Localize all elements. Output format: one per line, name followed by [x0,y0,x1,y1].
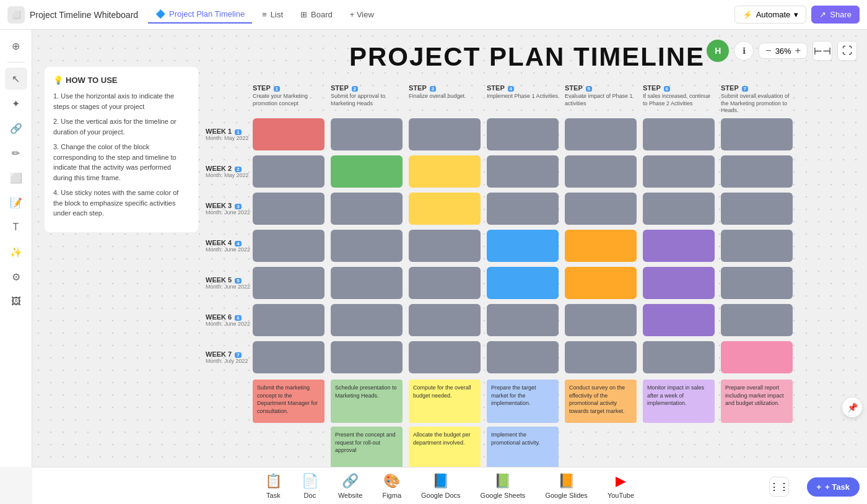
block-w5-s3[interactable] [409,267,481,299]
block-w4-s4[interactable] [487,230,559,262]
block-w6-s4[interactable] [487,304,559,336]
week-rows: WEEK 1 1Month: May 2022WEEK 2 2Month: Ma… [206,118,867,373]
block-w7-s3[interactable] [409,341,481,373]
week-row-6: WEEK 6 6Month: June 2022 [206,304,867,336]
tab-project-plan-timeline[interactable]: 🔷 Project Plan Timeline [148,6,252,24]
week-row-5: WEEK 5 5Month: June 2022 [206,267,867,299]
block-w6-s6[interactable] [643,304,715,336]
block-w7-s1[interactable] [253,341,325,373]
tab-label: + View [350,10,374,19]
block-w6-s2[interactable] [331,304,403,336]
sidebar-magic-icon[interactable]: ✦ [5,92,27,115]
block-w2-s2[interactable] [331,155,403,188]
block-w2-s7[interactable] [721,155,793,188]
block-w1-s6[interactable] [643,118,715,150]
block-w3-s4[interactable] [487,193,559,225]
block-w5-s1[interactable] [253,267,325,299]
sidebar-link-icon[interactable]: 🔗 [5,117,27,139]
block-w3-s7[interactable] [721,193,793,225]
block-w5-s6[interactable] [643,267,715,299]
sticky-note-4[interactable]: Prepare the target market for the implem… [487,380,559,423]
block-w5-s4[interactable] [487,267,559,299]
block-w1-s4[interactable] [487,118,559,150]
sticky-note-6[interactable]: Monitor impact in sales after a week of … [643,380,715,423]
block-w1-s5[interactable] [565,118,637,150]
block-w2-s3[interactable] [409,155,481,188]
block-w4-s7[interactable] [721,230,793,262]
timeline-grid: STEP 1 Create your Marketing promotion c… [206,84,867,467]
block-w6-s1[interactable] [253,304,325,336]
block-w5-s5[interactable] [565,267,637,299]
bottom-item-doc[interactable]: 📄 Doc [302,473,318,499]
sticky-note-3[interactable]: Compute for the overall budget needed. [409,380,481,423]
block-w4-s3[interactable] [409,230,481,262]
tab-board[interactable]: ⊞ Board [293,6,340,23]
bottom-item-google-docs[interactable]: 📘 Google Docs [421,473,461,499]
share-button[interactable]: ↗ Share [811,6,860,24]
sticky-note-1[interactable]: Submit the marketing concept to the Depa… [253,380,325,423]
task-btn-label: + Task [825,482,850,492]
block-w5-s2[interactable] [331,267,403,299]
bottom-item-task[interactable]: 📋 Task [265,473,282,499]
sidebar-note-icon[interactable]: 📝 [5,191,27,214]
sidebar-connect-icon[interactable]: ⚙ [5,266,27,288]
sidebar-text-icon[interactable]: T [5,216,27,238]
sticky-note-2-extra[interactable]: Present the concept and request for roll… [331,427,403,467]
block-w2-s1[interactable] [253,155,325,188]
block-w3-s2[interactable] [331,193,403,225]
main-canvas[interactable]: H ℹ − 36% + ⊢⊣ ⛶ PROJECT PLAN TIMELINE 💡… [32,30,867,467]
block-w1-s7[interactable] [721,118,793,150]
sidebar-shape-icon[interactable]: ⬜ [5,167,27,189]
dots-button[interactable]: ⋮⋮ [769,477,789,497]
pin-button[interactable]: 📌 [842,398,862,417]
sidebar-cursor-icon[interactable]: ↖ [5,67,27,90]
block-w6-s3[interactable] [409,304,481,336]
block-w1-s2[interactable] [331,118,403,150]
sticky-note-7[interactable]: Prepare overall report including market … [721,380,793,423]
block-w2-s5[interactable] [565,155,637,188]
block-w4-s6[interactable] [643,230,715,262]
tab-view[interactable]: + View [342,6,381,23]
week-label-6: WEEK 6 6Month: June 2022 [206,313,253,327]
block-w7-s4[interactable] [487,341,559,373]
task-button[interactable]: + + Task [807,477,860,497]
block-w7-s6[interactable] [643,341,715,373]
block-w3-s5[interactable] [565,193,637,225]
block-w6-s7[interactable] [721,304,793,336]
automate-button[interactable]: ⚡ Automate ▾ [734,6,807,24]
bottom-item-website[interactable]: 🔗 Website [338,473,363,499]
block-w2-s6[interactable] [643,155,715,188]
block-w3-s3[interactable] [409,193,481,225]
block-w1-s1[interactable] [253,118,325,150]
task-label: Task [266,492,281,499]
block-w7-s7[interactable] [721,341,793,373]
block-w7-s5[interactable] [565,341,637,373]
block-w4-s5[interactable] [565,230,637,262]
block-w7-s2[interactable] [331,341,403,373]
block-w1-s3[interactable] [409,118,481,150]
bottom-item-google-sheets[interactable]: 📗 Google Sheets [481,473,526,499]
bottom-item-figma[interactable]: 🎨 Figma [382,473,401,499]
block-w5-s7[interactable] [721,267,793,299]
block-w3-s6[interactable] [643,193,715,225]
block-w4-s2[interactable] [331,230,403,262]
tab-list[interactable]: ≡ List [255,6,290,23]
block-w6-s5[interactable] [565,304,637,336]
chevron-down-icon: ▾ [794,10,798,19]
bottom-item-youtube[interactable]: ▶ YouTube [608,473,634,499]
google-slides-icon: 📙 [558,473,575,489]
block-w3-s1[interactable] [253,193,325,225]
block-w2-s4[interactable] [487,155,559,188]
step-col-3: STEP 3 Finalize overall budget. [409,84,481,115]
sidebar-pen-icon[interactable]: ✏ [5,142,27,164]
sticky-note-3-extra[interactable]: Allocate the budget per department invol… [409,427,481,467]
sticky-note-4-extra[interactable]: Implement the promotional activity. [487,427,559,467]
block-w4-s1[interactable] [253,230,325,262]
sidebar-add-icon[interactable]: ⊕ [5,35,27,57]
sticky-note-5[interactable]: Conduct survey on the effectivity of the… [565,380,637,423]
sidebar-effect-icon[interactable]: ✨ [5,241,27,263]
sidebar-image-icon[interactable]: 🖼 [5,290,27,313]
bottom-item-google-slides[interactable]: 📙 Google Slides [545,473,588,499]
sticky-note-2[interactable]: Schedule presentation to Marketing Heads… [331,380,403,423]
google-sheets-icon: 📗 [494,473,511,489]
